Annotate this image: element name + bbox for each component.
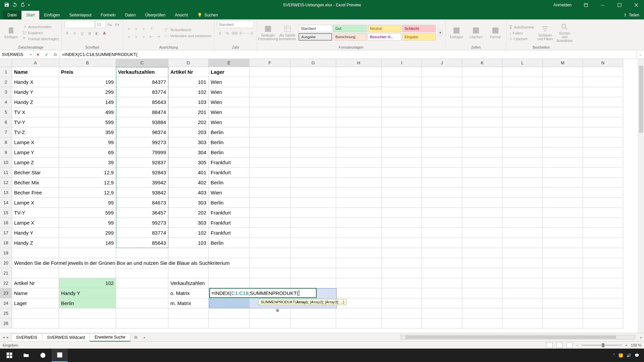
cell-B26[interactable] (59, 318, 116, 328)
bold-icon[interactable]: F (64, 30, 70, 36)
cell-F16[interactable] (250, 218, 290, 228)
cell-D18[interactable]: 103 (168, 238, 209, 248)
cell-K16[interactable] (462, 218, 502, 228)
cell-M1[interactable] (543, 67, 583, 77)
cell-M15[interactable] (543, 208, 583, 218)
col-header-A[interactable]: A (12, 59, 59, 67)
cell-C18[interactable]: 85643 (116, 238, 168, 248)
style-gut[interactable]: Gut (333, 25, 367, 32)
row-header-10[interactable]: 10 (0, 158, 12, 168)
cell-L14[interactable] (502, 198, 543, 208)
cell-F9[interactable] (250, 147, 290, 158)
cell-I13[interactable] (382, 188, 422, 198)
tab-data[interactable]: Daten (120, 11, 141, 19)
cell-N8[interactable] (583, 137, 623, 147)
cell-M25[interactable] (543, 308, 583, 318)
cell-H18[interactable] (336, 238, 382, 248)
format-painter-button[interactable]: Format übertragen (22, 37, 59, 41)
cell-B10[interactable]: 39 (59, 158, 116, 168)
cell-B14[interactable]: 99 (59, 198, 116, 208)
row-header-26[interactable]: 26 (0, 318, 12, 328)
cell-N10[interactable] (583, 158, 623, 168)
cell-D10[interactable]: 305 (168, 158, 209, 168)
cell-C22[interactable] (116, 278, 168, 288)
cell-E12[interactable]: Berlin (209, 178, 250, 188)
font-color-icon[interactable]: A (101, 30, 107, 36)
row-header-23[interactable]: 23 (0, 288, 12, 298)
cell-J17[interactable] (422, 228, 462, 238)
col-header-I[interactable]: I (382, 59, 422, 67)
cell-D11[interactable]: 401 (168, 168, 209, 178)
cell-A20[interactable]: Wenden Sie die Formel jeweils in der Grü… (12, 258, 59, 268)
cell-B6[interactable]: 599 (59, 117, 116, 127)
tray-up-icon[interactable]: ˄ (613, 353, 615, 358)
row-header-17[interactable]: 17 (0, 228, 12, 238)
cell-I2[interactable] (382, 77, 422, 87)
row-header-21[interactable]: 21 (0, 268, 12, 278)
cell-D23[interactable]: o. Matrix (168, 288, 209, 298)
cell-I14[interactable] (382, 198, 422, 208)
hscroll-right-icon[interactable]: ▸ (638, 336, 644, 339)
col-header-J[interactable]: J (422, 59, 462, 67)
cell-H10[interactable] (336, 158, 382, 168)
cell-I22[interactable] (382, 278, 422, 288)
style-berechnung[interactable]: Berechnung (333, 33, 367, 41)
cell-B16[interactable]: 99 (59, 218, 116, 228)
style-neutral[interactable]: Neutral (368, 25, 401, 32)
cell-M16[interactable] (543, 218, 583, 228)
cell-F1[interactable] (250, 67, 290, 77)
cell-G14[interactable] (290, 198, 336, 208)
cell-B17[interactable]: 299 (59, 228, 116, 238)
cell-E14[interactable]: Berlin (209, 198, 250, 208)
cell-A7[interactable]: TV-Z (12, 127, 59, 137)
cell-C4[interactable]: 85643 (116, 97, 168, 107)
cell-F11[interactable] (250, 168, 290, 178)
align-middle-icon[interactable]: ≡ (133, 26, 139, 32)
cell-E24[interactable] (209, 298, 250, 308)
cell-J16[interactable] (422, 218, 462, 228)
cell-M26[interactable] (543, 318, 583, 328)
cell-N21[interactable] (583, 268, 623, 278)
cell-D5[interactable]: 201 (168, 107, 209, 117)
cell-C8[interactable]: 99273 (116, 137, 168, 147)
align-right-icon[interactable]: ≡ (141, 34, 147, 40)
cell-D6[interactable]: 202 (168, 117, 209, 127)
zoom-out-icon[interactable]: − (576, 343, 578, 347)
cell-N7[interactable] (583, 127, 623, 137)
cell-M18[interactable] (543, 238, 583, 248)
cell-M9[interactable] (543, 147, 583, 158)
cell-M22[interactable] (543, 278, 583, 288)
cell-H7[interactable] (336, 127, 382, 137)
row-header-24[interactable]: 24 (0, 298, 12, 308)
cell-L9[interactable] (502, 147, 543, 158)
cell-H17[interactable] (336, 228, 382, 238)
cell-A21[interactable] (12, 268, 59, 278)
cell-B21[interactable] (59, 268, 116, 278)
cell-G26[interactable] (290, 318, 336, 328)
share-button[interactable]: ⇪Teilen (619, 11, 644, 19)
cell-C3[interactable]: 83774 (116, 87, 168, 97)
cell-K13[interactable] (462, 188, 502, 198)
cell-K7[interactable] (462, 127, 502, 137)
align-bottom-icon[interactable]: ≡ (141, 26, 147, 32)
cell-F21[interactable] (250, 268, 290, 278)
undo-icon[interactable] (12, 2, 17, 8)
view-break-icon[interactable] (566, 343, 573, 348)
cell-L16[interactable] (502, 218, 543, 228)
cell-L17[interactable] (502, 228, 543, 238)
cell-F17[interactable] (250, 228, 290, 238)
cell-F12[interactable] (250, 178, 290, 188)
style-eingabe[interactable]: Eingabe (402, 33, 436, 41)
row-header-25[interactable]: 25 (0, 308, 12, 318)
cell-N14[interactable] (583, 198, 623, 208)
italic-icon[interactable]: K (72, 30, 78, 36)
cell-J22[interactable] (422, 278, 462, 288)
cell-L10[interactable] (502, 158, 543, 168)
cell-G7[interactable] (290, 127, 336, 137)
sheet-tab-wildcard[interactable]: SVERWEIS Wildcard (42, 334, 90, 341)
cell-editor[interactable]: =INDEX(C1:C18;SUMMENPRODUKT( (209, 288, 317, 298)
cell-N3[interactable] (583, 87, 623, 97)
copy-button[interactable]: Kopieren (22, 31, 59, 35)
cell-D2[interactable]: 101 (168, 77, 209, 87)
zoom-slider[interactable] (582, 345, 622, 346)
